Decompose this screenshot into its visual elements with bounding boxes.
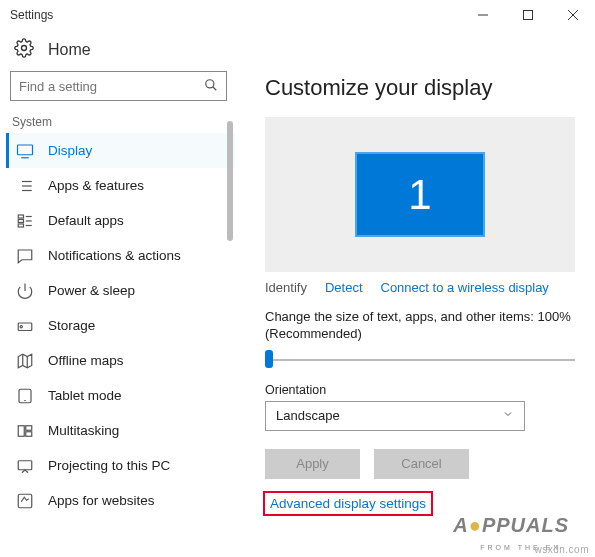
sidebar-item-label: Offline maps <box>48 353 124 368</box>
sidebar-item-label: Power & sleep <box>48 283 135 298</box>
display-preview[interactable]: 1 <box>265 117 575 272</box>
svg-rect-1 <box>523 11 532 20</box>
sidebar-item-tablet-mode[interactable]: Tablet mode <box>6 378 235 413</box>
svg-point-5 <box>206 79 214 87</box>
display-actions: Identify Detect Connect to a wireless di… <box>265 280 575 295</box>
svg-rect-31 <box>18 460 32 469</box>
apps-websites-icon <box>16 492 34 510</box>
window-controls <box>460 0 595 30</box>
sidebar-item-label: Projecting to this PC <box>48 458 170 473</box>
power-icon <box>16 282 34 300</box>
close-button[interactable] <box>550 0 595 30</box>
slider-rail <box>265 359 575 361</box>
display-icon <box>16 142 34 160</box>
watermark-brand: A●PPUALS <box>453 514 569 537</box>
svg-rect-17 <box>18 224 23 227</box>
title-bar: Settings <box>0 0 595 30</box>
main-content: Customize your display 1 Identify Detect… <box>235 71 595 557</box>
sidebar-item-label: Default apps <box>48 213 124 228</box>
identify-link[interactable]: Identify <box>265 280 307 295</box>
svg-rect-16 <box>18 219 23 222</box>
orientation-label: Orientation <box>265 383 575 397</box>
sidebar-item-storage[interactable]: Storage <box>6 308 235 343</box>
svg-point-4 <box>22 46 27 51</box>
slider-thumb[interactable] <box>265 350 273 368</box>
sidebar-item-offline-maps[interactable]: Offline maps <box>6 343 235 378</box>
maps-icon <box>16 352 34 370</box>
search-icon <box>204 78 218 95</box>
button-row: Apply Cancel <box>265 449 575 479</box>
sidebar-item-label: Display <box>48 143 92 158</box>
sidebar-item-label: Apps & features <box>48 178 144 193</box>
monitor-number: 1 <box>408 171 431 219</box>
svg-line-6 <box>213 86 217 90</box>
sidebar-item-notifications[interactable]: Notifications & actions <box>6 238 235 273</box>
page-title: Customize your display <box>265 75 575 101</box>
cancel-label: Cancel <box>401 456 441 471</box>
svg-rect-32 <box>18 494 32 508</box>
defaults-icon <box>16 212 34 230</box>
watermark-site: wsxdn.com <box>534 544 589 555</box>
tablet-icon <box>16 387 34 405</box>
maximize-button[interactable] <box>505 0 550 30</box>
connect-wireless-link[interactable]: Connect to a wireless display <box>381 280 549 295</box>
minimize-button[interactable] <box>460 0 505 30</box>
home-link[interactable]: Home <box>48 41 91 59</box>
svg-point-23 <box>20 325 22 327</box>
nav-list: Display Apps & features Default apps Not… <box>6 133 235 518</box>
notifications-icon <box>16 247 34 265</box>
apply-label: Apply <box>296 456 329 471</box>
svg-rect-15 <box>18 215 23 218</box>
svg-rect-30 <box>26 431 32 436</box>
multitasking-icon <box>16 422 34 440</box>
scrollbar-thumb[interactable] <box>227 121 233 241</box>
sidebar-item-default-apps[interactable]: Default apps <box>6 203 235 238</box>
orientation-select[interactable]: Landscape <box>265 401 525 431</box>
orientation-value: Landscape <box>276 408 340 423</box>
svg-rect-29 <box>26 425 32 430</box>
sidebar-item-power-sleep[interactable]: Power & sleep <box>6 273 235 308</box>
sidebar-item-projecting[interactable]: Projecting to this PC <box>6 448 235 483</box>
window-title: Settings <box>10 8 53 22</box>
chevron-down-icon <box>502 408 514 423</box>
sidebar-item-apps-websites[interactable]: Apps for websites <box>6 483 235 518</box>
sidebar-item-label: Apps for websites <box>48 493 155 508</box>
projecting-icon <box>16 457 34 475</box>
section-label: System <box>6 109 235 133</box>
svg-rect-28 <box>18 425 24 436</box>
sidebar-item-label: Multitasking <box>48 423 119 438</box>
sidebar-item-display[interactable]: Display <box>6 133 235 168</box>
advanced-display-settings-link[interactable]: Advanced display settings <box>265 493 431 514</box>
monitor-tile-1[interactable]: 1 <box>355 152 485 237</box>
scale-label: Change the size of text, apps, and other… <box>265 309 575 343</box>
svg-rect-7 <box>18 145 33 155</box>
apply-button[interactable]: Apply <box>265 449 360 479</box>
sidebar-item-label: Storage <box>48 318 95 333</box>
search-field[interactable] <box>19 79 204 94</box>
detect-link[interactable]: Detect <box>325 280 363 295</box>
list-icon <box>16 177 34 195</box>
sidebar-item-label: Notifications & actions <box>48 248 181 263</box>
sidebar-item-apps-features[interactable]: Apps & features <box>6 168 235 203</box>
cancel-button[interactable]: Cancel <box>374 449 469 479</box>
gear-icon <box>14 38 34 61</box>
scale-slider[interactable] <box>265 349 575 369</box>
search-input[interactable] <box>10 71 227 101</box>
sidebar: System Display Apps & features Default a… <box>0 71 235 557</box>
sidebar-item-multitasking[interactable]: Multitasking <box>6 413 235 448</box>
header: Home <box>0 30 595 71</box>
storage-icon <box>16 317 34 335</box>
sidebar-item-label: Tablet mode <box>48 388 122 403</box>
